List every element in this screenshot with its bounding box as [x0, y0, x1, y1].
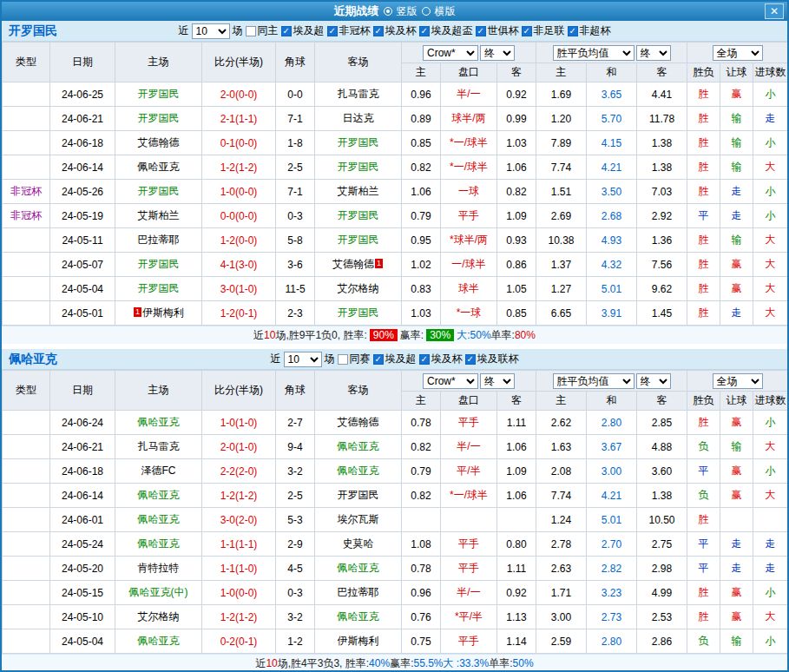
fulltime-select[interactable]: 全场 — [713, 373, 763, 389]
checkbox-checked-icon[interactable] — [476, 26, 486, 36]
date-cell: 24-05-04 — [50, 277, 115, 301]
team-section-1: 开罗国民近10场同主埃及超非冠杯埃及杯埃及超盃世俱杯非足联非超杯类型日期主场比分… — [2, 21, 787, 344]
handicap-cell: 平/半 — [441, 459, 497, 484]
odds-source-header: Crow*终 — [402, 371, 536, 392]
handicap-cell: *平/半 — [441, 605, 497, 629]
odds-home-cell: 0.82 — [402, 435, 441, 459]
away-team-cell: 艾德翰德1 — [315, 253, 402, 277]
header-handicap-result: 让球 — [720, 63, 753, 82]
checkbox-label: 埃及联杯 — [477, 352, 519, 366]
checkbox-checked-icon[interactable] — [522, 26, 532, 36]
corner-cell: 2-7 — [276, 411, 315, 435]
match-count-select[interactable]: 10 — [192, 23, 230, 39]
checkbox-checked-icon[interactable] — [419, 26, 430, 36]
score-cell: 2-0(1-0) — [202, 435, 276, 459]
filter-checkbox-同赛[interactable]: 同赛 — [338, 352, 371, 366]
header-avg-home: 主 — [536, 63, 587, 82]
filter-checkbox-世俱杯[interactable]: 世俱杯 — [476, 23, 519, 38]
header-corner: 角球 — [276, 43, 315, 82]
checkbox-checked-icon[interactable] — [281, 26, 292, 36]
header-goals: 进球数 — [753, 63, 788, 82]
home-team-cell: 肯特拉特 — [115, 557, 202, 581]
checkbox-unchecked-icon[interactable] — [338, 354, 348, 365]
vertical-layout-label[interactable]: 竖版 — [397, 4, 418, 19]
checkbox-checked-icon[interactable] — [327, 26, 338, 36]
avg-home-cell: 2.62 — [536, 411, 587, 435]
red-card-badge: 1 — [375, 259, 383, 268]
league-cell: 非冠杯 — [3, 204, 50, 228]
checkbox-checked-icon[interactable] — [465, 354, 476, 365]
goals-cell: 大 — [753, 484, 788, 508]
filter-checkbox-埃及超盃[interactable]: 埃及超盃 — [419, 23, 473, 38]
avg-select[interactable]: 胜平负均值 — [553, 373, 634, 389]
handicap-cell: *一/球半 — [441, 484, 497, 508]
odds-home-cell: 0.96 — [402, 581, 441, 605]
home-team-cell: 开罗国民 — [115, 180, 202, 204]
goals-cell: 走 — [753, 107, 788, 131]
goals-cell: 小 — [753, 180, 788, 204]
focal-team-name: 佩哈亚克 — [138, 416, 180, 428]
checkbox-checked-icon[interactable] — [373, 354, 384, 365]
bookie-select[interactable]: Crow* — [423, 45, 478, 61]
header-type: 类型 — [3, 43, 50, 82]
checkbox-checked-icon[interactable] — [419, 354, 430, 365]
league-cell: 埃及超 — [3, 301, 50, 326]
vertical-layout-radio[interactable] — [384, 7, 392, 16]
filter-checkbox-埃及杯[interactable]: 埃及杯 — [419, 352, 463, 366]
corner-cell: 7-1 — [276, 180, 315, 204]
home-team-cell: 泽德FC — [115, 459, 202, 484]
section-header: 佩哈亚克近10场同赛埃及超埃及杯埃及联杯 — [2, 349, 787, 370]
close-icon[interactable]: ✕ — [765, 3, 784, 19]
filter-checkbox-非冠杯[interactable]: 非冠杯 — [327, 23, 371, 38]
summary-segment: 50% — [513, 657, 534, 669]
away-team-cell: 伊斯梅利 — [315, 629, 402, 654]
checkbox-checked-icon[interactable] — [373, 26, 384, 36]
filter-checkbox-埃及联杯[interactable]: 埃及联杯 — [465, 352, 519, 366]
avg-draw-cell: 3.67 — [587, 435, 637, 459]
avg-odds-header: 胜平负均值终 — [536, 43, 687, 63]
filter-checkbox-同主[interactable]: 同主 — [246, 23, 279, 38]
checkbox-checked-icon[interactable] — [568, 26, 578, 36]
header-avg-draw: 和 — [587, 392, 637, 411]
avg-draw-cell: 2.80 — [587, 629, 637, 654]
header-date: 日期 — [50, 371, 115, 411]
fulltime-select[interactable]: 全场 — [713, 45, 763, 61]
result-cell: 胜 — [687, 411, 720, 435]
filter-checkbox-埃及超[interactable]: 埃及超 — [373, 352, 417, 366]
avg-select[interactable]: 胜平负均值 — [553, 45, 634, 61]
horizontal-layout-label[interactable]: 横版 — [435, 4, 456, 19]
result-cell: 胜 — [687, 131, 720, 155]
handicap-cell: 球半 — [441, 277, 497, 301]
bookie-select[interactable]: Crow* — [423, 373, 478, 389]
header-result: 胜负 — [687, 392, 720, 411]
checkbox-label: 埃及杯 — [431, 352, 463, 366]
date-cell: 24-05-20 — [50, 557, 115, 581]
avg-final-select[interactable]: 终 — [636, 373, 671, 389]
handicap-result-cell: 走 — [720, 204, 753, 228]
odds-final-select[interactable]: 终 — [480, 45, 515, 61]
odds-home-cell: 0.79 — [402, 204, 441, 228]
score-cell: 1-2(0-1) — [202, 301, 276, 326]
avg-away-cell: 1.38 — [637, 131, 687, 155]
goals-cell: 小 — [753, 131, 788, 155]
match-count-select[interactable]: 10 — [284, 352, 322, 367]
filter-checkbox-非超杯[interactable]: 非超杯 — [568, 23, 611, 38]
away-team-cell: 开罗国民 — [315, 484, 402, 508]
summary-segment: 单率: — [491, 328, 515, 343]
goals-cell: 大 — [753, 253, 788, 277]
team-name-text: 扎马雷克 — [338, 88, 379, 100]
odds-final-select[interactable]: 终 — [480, 373, 515, 389]
league-cell: 埃及超 — [3, 629, 50, 654]
corner-cell: 3-2 — [276, 605, 315, 629]
horizontal-layout-radio[interactable] — [422, 7, 431, 16]
summary-segment: 大: — [457, 328, 470, 343]
score-cell: 1-0(1-0) — [202, 411, 276, 435]
header-handicap: 盘口 — [441, 392, 497, 411]
filter-checkbox-埃及杯[interactable]: 埃及杯 — [373, 23, 417, 38]
filter-checkbox-非足联[interactable]: 非足联 — [522, 23, 565, 38]
avg-final-select[interactable]: 终 — [636, 45, 671, 61]
checkbox-unchecked-icon[interactable] — [246, 26, 256, 36]
odds-home-cell: 0.79 — [402, 459, 441, 484]
away-team-cell: 艾尔格纳 — [315, 277, 402, 301]
filter-checkbox-埃及超[interactable]: 埃及超 — [281, 23, 325, 38]
